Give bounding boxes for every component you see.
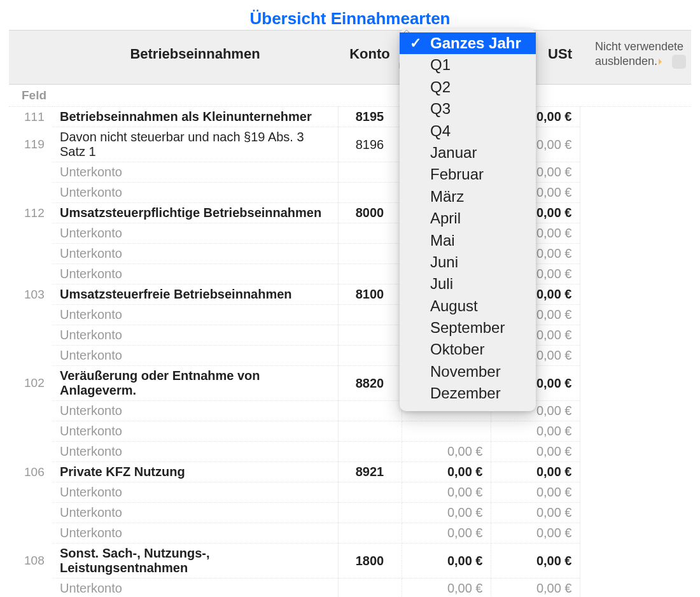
period-option[interactable]: Dezember	[400, 383, 536, 404]
table-row[interactable]: Unterkonto0,00 €	[9, 244, 691, 264]
period-option[interactable]: Q2	[400, 76, 536, 98]
period-option[interactable]: Juni	[400, 251, 536, 273]
table-row[interactable]: 111Betriebseinnahmen als Kleinunternehme…	[9, 107, 691, 127]
period-option[interactable]: Q4	[400, 120, 536, 142]
table-row[interactable]: 106Private KFZ Nutzung89210,00 €0,00 €	[9, 462, 691, 482]
period-option[interactable]: Oktober	[400, 339, 536, 360]
row-amount[interactable]: 0,00 €	[402, 503, 491, 523]
period-option[interactable]: April	[400, 207, 536, 229]
table-row[interactable]: Unterkonto0,00 €	[9, 401, 691, 421]
row-name[interactable]: Private KFZ Nutzung	[52, 462, 338, 482]
table-row[interactable]: Unterkonto0,00 €	[9, 325, 691, 346]
row-konto[interactable]	[338, 244, 402, 264]
row-name[interactable]: Umsatzsteuerpflichtige Betriebseinnahmen	[52, 203, 338, 223]
hide-unused-toggle[interactable]: Nicht verwendete ausblenden.	[595, 39, 686, 69]
period-option[interactable]: Q3	[400, 98, 536, 120]
table-row[interactable]: Unterkonto0,00 €	[9, 346, 691, 366]
period-option[interactable]: September	[400, 317, 536, 339]
row-name[interactable]: Unterkonto	[52, 223, 338, 244]
row-name[interactable]: Unterkonto	[52, 264, 338, 284]
table-row[interactable]: 112Umsatzsteuerpflichtige Betriebseinnah…	[9, 203, 691, 223]
table-row[interactable]: Unterkonto0,00 €0,00 €	[9, 482, 691, 503]
row-konto[interactable]	[338, 325, 402, 346]
row-konto[interactable]	[338, 264, 402, 284]
table-row[interactable]: Unterkonto0,00 €	[9, 183, 691, 203]
period-option[interactable]: März	[400, 186, 536, 207]
row-name[interactable]: Sonst. Sach-, Nutzungs-, Leistungsentnah…	[52, 544, 338, 579]
row-name[interactable]: Unterkonto	[52, 442, 338, 462]
row-name[interactable]: Unterkonto	[52, 482, 338, 503]
table-row[interactable]: Unterkonto0,00 €	[9, 162, 691, 183]
hide-unused-checkbox[interactable]	[672, 55, 686, 69]
row-name[interactable]: Umsatzsteuerfreie Betriebseinnahmen	[52, 284, 338, 305]
row-konto[interactable]: 8820	[338, 366, 402, 401]
row-name[interactable]: Davon nicht steuerbar und nach §19 Abs. …	[52, 127, 338, 162]
row-konto[interactable]: 1800	[338, 544, 402, 579]
row-name[interactable]: Veräußerung oder Entnahme von Anlageverm…	[52, 366, 338, 401]
row-ust[interactable]: 0,00 €	[491, 523, 580, 544]
row-konto[interactable]	[338, 482, 402, 503]
table-row[interactable]: Unterkonto0,00 €	[9, 421, 691, 442]
table-row[interactable]: 103Umsatzsteuerfreie Betriebseinnahmen81…	[9, 284, 691, 305]
row-name[interactable]: Unterkonto	[52, 421, 338, 442]
period-option[interactable]: November	[400, 361, 536, 383]
row-konto[interactable]	[338, 162, 402, 183]
row-name[interactable]: Unterkonto	[52, 579, 338, 598]
period-option[interactable]: Februar	[400, 164, 536, 185]
period-option[interactable]: Ganzes Jahr	[400, 32, 536, 54]
table-row[interactable]: Unterkonto0,00 €0,00 €	[9, 579, 691, 598]
row-amount[interactable]: 0,00 €	[402, 442, 491, 462]
row-name[interactable]: Unterkonto	[52, 183, 338, 203]
row-amount[interactable]: 0,00 €	[402, 544, 491, 579]
row-konto[interactable]	[338, 579, 402, 598]
period-option[interactable]: August	[400, 295, 536, 317]
table-row[interactable]: Unterkonto0,00 €0,00 €	[9, 503, 691, 523]
row-amount[interactable]: 0,00 €	[402, 579, 491, 598]
row-konto[interactable]: 8195	[338, 107, 402, 127]
table-row[interactable]: Unterkonto0,00 €	[9, 264, 691, 284]
row-konto[interactable]	[338, 503, 402, 523]
row-name[interactable]: Unterkonto	[52, 503, 338, 523]
row-konto[interactable]: 8000	[338, 203, 402, 223]
row-name[interactable]: Betriebseinnahmen als Kleinunternehmer	[52, 107, 338, 127]
period-option[interactable]: Juli	[400, 273, 536, 295]
row-konto[interactable]	[338, 346, 402, 366]
row-ust[interactable]: 0,00 €	[491, 442, 580, 462]
period-option[interactable]: Mai	[400, 230, 536, 251]
row-name[interactable]: Unterkonto	[52, 523, 338, 544]
table-row[interactable]: Unterkonto0,00 €	[9, 305, 691, 325]
row-konto[interactable]	[338, 305, 402, 325]
table-row[interactable]: Unterkonto0,00 €0,00 €	[9, 442, 691, 462]
row-ust[interactable]: 0,00 €	[491, 579, 580, 598]
table-row[interactable]: 108Sonst. Sach-, Nutzungs-, Leistungsent…	[9, 544, 691, 579]
row-name[interactable]: Unterkonto	[52, 401, 338, 421]
row-konto[interactable]	[338, 442, 402, 462]
row-ust[interactable]: 0,00 €	[491, 503, 580, 523]
row-amount[interactable]: 0,00 €	[402, 482, 491, 503]
table-row[interactable]: 119Davon nicht steuerbar und nach §19 Ab…	[9, 127, 691, 162]
row-konto[interactable]: 8196	[338, 127, 402, 162]
row-amount[interactable]: 0,00 €	[402, 462, 491, 482]
row-name[interactable]: Unterkonto	[52, 244, 338, 264]
row-ust[interactable]: 0,00 €	[491, 421, 580, 442]
row-ust[interactable]: 0,00 €	[491, 482, 580, 503]
period-option[interactable]: Q1	[400, 54, 536, 76]
row-ust[interactable]: 0,00 €	[491, 544, 580, 579]
row-konto[interactable]: 8921	[338, 462, 402, 482]
row-konto[interactable]: 8100	[338, 284, 402, 305]
row-amount[interactable]	[402, 421, 491, 442]
row-konto[interactable]	[338, 183, 402, 203]
table-row[interactable]: Unterkonto0,00 €	[9, 223, 691, 244]
row-konto[interactable]	[338, 421, 402, 442]
period-dropdown[interactable]: ◇ Ganzes JahrQ1Q2Q3Q4JanuarFebruarMärzAp…	[400, 29, 536, 411]
row-name[interactable]: Unterkonto	[52, 325, 338, 346]
table-row[interactable]: 102Veräußerung oder Entnahme von Anlagev…	[9, 366, 691, 401]
row-name[interactable]: Unterkonto	[52, 305, 338, 325]
row-konto[interactable]	[338, 523, 402, 544]
row-konto[interactable]	[338, 401, 402, 421]
row-name[interactable]: Unterkonto	[52, 346, 338, 366]
col-name[interactable]: Betriebseinnahmen	[52, 31, 338, 85]
row-ust[interactable]: 0,00 €	[491, 462, 580, 482]
table-row[interactable]: Unterkonto0,00 €0,00 €	[9, 523, 691, 544]
col-konto[interactable]: Konto	[338, 31, 402, 85]
